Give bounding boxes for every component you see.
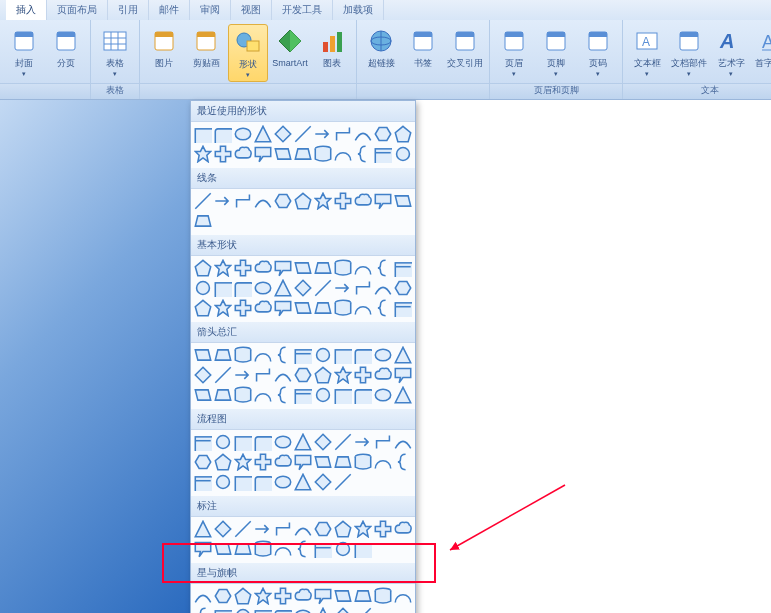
shape-item[interactable]: [274, 587, 292, 605]
shape-item[interactable]: [214, 346, 232, 364]
shape-item[interactable]: [274, 386, 292, 404]
shape-item[interactable]: [234, 279, 252, 297]
shape-item[interactable]: [394, 299, 412, 317]
shape-item[interactable]: [294, 259, 312, 277]
clip-art-button[interactable]: 剪贴画: [186, 24, 226, 82]
shape-item[interactable]: [214, 473, 232, 491]
shape-item[interactable]: [294, 125, 312, 143]
shape-item[interactable]: [394, 125, 412, 143]
shape-item[interactable]: [254, 607, 272, 613]
shape-item[interactable]: [234, 453, 252, 471]
shape-item[interactable]: [194, 125, 212, 143]
shape-item[interactable]: [234, 540, 252, 558]
shape-item[interactable]: [334, 346, 352, 364]
shape-item[interactable]: [354, 259, 372, 277]
shape-item[interactable]: [214, 145, 232, 163]
shape-item[interactable]: [334, 453, 352, 471]
shape-item[interactable]: [314, 386, 332, 404]
shape-item[interactable]: [274, 366, 292, 384]
shape-item[interactable]: [234, 192, 252, 210]
shape-item[interactable]: [394, 453, 412, 471]
shape-item[interactable]: [274, 299, 292, 317]
shape-item[interactable]: [334, 587, 352, 605]
quick-parts-button[interactable]: 文档部件 ▾: [669, 24, 709, 80]
shape-item[interactable]: [314, 520, 332, 538]
cover-page-button[interactable]: 封面 ▾: [4, 24, 44, 80]
header-button[interactable]: 页眉 ▾: [494, 24, 534, 80]
shape-item[interactable]: [354, 366, 372, 384]
tab-3[interactable]: 邮件: [149, 0, 190, 20]
shape-item[interactable]: [354, 192, 372, 210]
shape-item[interactable]: [254, 587, 272, 605]
tab-5[interactable]: 视图: [231, 0, 272, 20]
shape-item[interactable]: [234, 125, 252, 143]
shape-item[interactable]: [334, 299, 352, 317]
shape-item[interactable]: [334, 607, 352, 613]
shape-item[interactable]: [294, 386, 312, 404]
shape-item[interactable]: [354, 125, 372, 143]
shape-item[interactable]: [374, 259, 392, 277]
shape-item[interactable]: [354, 607, 372, 613]
shape-item[interactable]: [194, 386, 212, 404]
shape-item[interactable]: [234, 607, 252, 613]
shape-item[interactable]: [334, 259, 352, 277]
shape-item[interactable]: [274, 192, 292, 210]
shape-item[interactable]: [374, 366, 392, 384]
shape-item[interactable]: [394, 433, 412, 451]
smartart-button[interactable]: SmartArt: [270, 24, 310, 82]
shape-item[interactable]: [234, 473, 252, 491]
shape-item[interactable]: [274, 279, 292, 297]
shape-item[interactable]: [374, 453, 392, 471]
shape-item[interactable]: [214, 433, 232, 451]
shape-item[interactable]: [294, 346, 312, 364]
shape-item[interactable]: [374, 587, 392, 605]
shape-item[interactable]: [374, 145, 392, 163]
shape-item[interactable]: [274, 433, 292, 451]
shape-item[interactable]: [354, 453, 372, 471]
shape-item[interactable]: [274, 473, 292, 491]
drop-cap-button[interactable]: A 首字下沉 ▾: [753, 24, 771, 80]
shape-item[interactable]: [334, 279, 352, 297]
shape-item[interactable]: [214, 587, 232, 605]
shape-item[interactable]: [274, 346, 292, 364]
shape-item[interactable]: [294, 279, 312, 297]
tab-6[interactable]: 开发工具: [272, 0, 333, 20]
shape-item[interactable]: [234, 520, 252, 538]
shape-item[interactable]: [354, 520, 372, 538]
shape-item[interactable]: [254, 125, 272, 143]
shape-item[interactable]: [214, 125, 232, 143]
shape-item[interactable]: [334, 125, 352, 143]
shape-item[interactable]: [354, 433, 372, 451]
shape-item[interactable]: [214, 192, 232, 210]
shape-item[interactable]: [234, 259, 252, 277]
shape-item[interactable]: [194, 433, 212, 451]
shape-item[interactable]: [294, 540, 312, 558]
shapes-button[interactable]: 形状 ▾: [228, 24, 268, 82]
shape-item[interactable]: [254, 453, 272, 471]
shape-item[interactable]: [194, 259, 212, 277]
shape-item[interactable]: [214, 453, 232, 471]
picture-button[interactable]: 图片: [144, 24, 184, 82]
shape-item[interactable]: [194, 587, 212, 605]
shape-item[interactable]: [274, 259, 292, 277]
shape-item[interactable]: [334, 520, 352, 538]
shape-item[interactable]: [394, 520, 412, 538]
bookmark-button[interactable]: 书签: [403, 24, 443, 70]
shape-item[interactable]: [334, 433, 352, 451]
footer-button[interactable]: 页脚 ▾: [536, 24, 576, 80]
shape-item[interactable]: [274, 520, 292, 538]
shape-item[interactable]: [254, 279, 272, 297]
shape-item[interactable]: [254, 366, 272, 384]
shape-item[interactable]: [334, 366, 352, 384]
shape-item[interactable]: [314, 145, 332, 163]
table-button[interactable]: 表格 ▾: [95, 24, 135, 80]
hyperlink-button[interactable]: 超链接: [361, 24, 401, 70]
shape-item[interactable]: [274, 540, 292, 558]
shape-item[interactable]: [274, 125, 292, 143]
shape-item[interactable]: [214, 259, 232, 277]
shape-item[interactable]: [294, 607, 312, 613]
shape-item[interactable]: [294, 366, 312, 384]
shape-item[interactable]: [234, 433, 252, 451]
shape-item[interactable]: [354, 346, 372, 364]
shape-item[interactable]: [194, 346, 212, 364]
